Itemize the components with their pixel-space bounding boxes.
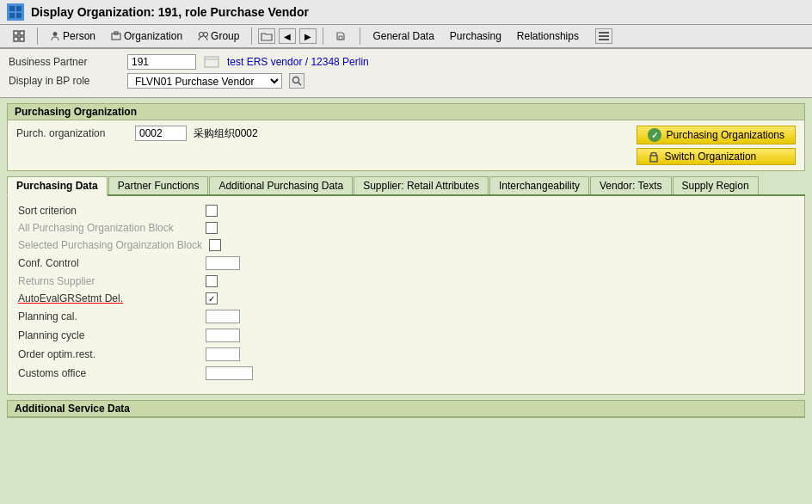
selected-purch-block-label: Selected Purchasing Orgainzation Block <box>18 239 202 251</box>
planning-cal-label: Planning cal. <box>18 310 199 323</box>
svg-rect-0 <box>9 6 15 11</box>
purchasing-label[interactable]: Purchasing <box>444 28 508 45</box>
display-role-label: Display in BP role <box>9 75 120 87</box>
organization-label: Organization <box>124 30 182 42</box>
conf-control-row: Conf. Control <box>18 256 794 270</box>
forward-btn[interactable]: ▶ <box>299 28 317 44</box>
tab-interchangeability[interactable]: Interchangeability <box>489 176 589 194</box>
sort-criterion-row: Sort criterion <box>18 205 794 217</box>
group-label: Group <box>211 30 239 42</box>
settings-icon <box>598 30 610 42</box>
tab-purchasing-data[interactable]: Purchasing Data <box>7 176 108 196</box>
group-icon <box>198 31 208 41</box>
order-optim-label: Order optim.rest. <box>18 348 199 360</box>
planning-cycle-label: Planning cycle <box>18 329 199 341</box>
customs-office-row: Customs office <box>18 366 794 380</box>
settings-btn[interactable] <box>595 28 612 44</box>
organization-icon <box>111 31 121 41</box>
toolbar-sep-3 <box>323 28 323 45</box>
order-optim-input[interactable] <box>206 347 240 361</box>
svg-rect-16 <box>205 57 218 67</box>
folder-icon <box>261 31 273 41</box>
additional-service-title: Additional Service Data <box>8 401 804 417</box>
general-data-label[interactable]: General Data <box>366 28 440 45</box>
additional-service-section: Additional Service Data <box>7 400 805 418</box>
autoeval-label: AutoEvalGRSetmt Del. <box>18 292 199 304</box>
bp-link[interactable]: test ERS vendor / 12348 Perlin <box>227 56 369 68</box>
autoeval-checkbox[interactable] <box>206 292 218 304</box>
sort-criterion-label: Sort criterion <box>18 205 199 217</box>
svg-line-19 <box>298 83 301 85</box>
toolbar-sep-2 <box>251 28 252 45</box>
sort-criterion-checkbox[interactable] <box>206 205 218 217</box>
person-icon <box>50 31 60 41</box>
all-purch-block-row: All Purchasing Organization Block <box>18 222 794 234</box>
planning-cycle-input[interactable] <box>206 329 240 342</box>
selected-purch-block-checkbox[interactable] <box>209 239 221 251</box>
folder-btn[interactable] <box>258 28 275 44</box>
svg-point-18 <box>293 77 299 83</box>
person-btn[interactable]: Person <box>44 28 102 45</box>
role-dropdown[interactable]: FLVN01 Purchase Vendor <box>127 73 282 89</box>
autoeval-row: AutoEvalGRSetmt Del. <box>18 292 794 304</box>
bp-row: Business Partner test ERS vendor / 12348… <box>9 54 803 70</box>
display-role-row: Display in BP role FLVN01 Purchase Vendo… <box>9 73 803 89</box>
purch-org-text: 采购组织0002 <box>194 126 258 141</box>
bp-icon <box>203 55 220 69</box>
role-search-btn[interactable] <box>289 73 304 89</box>
toolbar: Person Organization Group ◀ ▶ General Da… <box>0 25 812 49</box>
back-btn[interactable]: ◀ <box>279 28 296 44</box>
toolbar-system-btn[interactable] <box>7 28 31 45</box>
tab-additional-purchasing-data[interactable]: Additional Purchasing Data <box>209 176 353 194</box>
organization-btn[interactable]: Organization <box>105 28 188 45</box>
svg-rect-2 <box>9 13 15 18</box>
all-purch-block-checkbox[interactable] <box>206 222 218 234</box>
planning-cal-row: Planning cal. <box>18 310 794 323</box>
group-btn[interactable]: Group <box>192 28 245 45</box>
right-buttons: ✓ Purchasing Organizations Switch Organi… <box>637 126 796 165</box>
svg-rect-20 <box>650 156 657 162</box>
purchasing-orgs-btn[interactable]: ✓ Purchasing Organizations <box>637 126 796 144</box>
lock-icon <box>648 151 660 163</box>
svg-rect-5 <box>20 31 24 35</box>
conf-control-input[interactable] <box>206 256 240 270</box>
header-area: Business Partner test ERS vendor / 12348… <box>0 49 812 98</box>
tab-supplier-retail[interactable]: Supplier: Retail Attributes <box>354 176 489 194</box>
page-title: Display Organization: 191, role Purchase… <box>31 5 309 19</box>
returns-supplier-row: Returns Supplier <box>18 275 794 287</box>
planning-cycle-row: Planning cycle <box>18 329 794 342</box>
tab-supply-region[interactable]: Supply Region <box>673 176 759 194</box>
purch-org-label: Purch. organization <box>16 127 128 139</box>
tabs-container: Purchasing Data Partner Functions Additi… <box>7 175 805 196</box>
svg-rect-13 <box>599 32 609 34</box>
purchasing-org-section: Purchasing Organization Purch. organizat… <box>7 103 805 171</box>
relationships-label[interactable]: Relationships <box>511 28 585 45</box>
svg-rect-7 <box>20 37 24 41</box>
purchasing-org-content: Purch. organization 0002 采购组织0002 ✓ Purc… <box>8 120 804 170</box>
svg-rect-4 <box>14 31 18 35</box>
returns-supplier-checkbox[interactable] <box>206 275 218 287</box>
planning-cal-input[interactable] <box>206 310 240 323</box>
svg-rect-15 <box>599 39 609 40</box>
system-icon <box>13 30 25 42</box>
person-label: Person <box>63 30 95 42</box>
order-optim-row: Order optim.rest. <box>18 347 794 361</box>
app-icon <box>7 3 24 21</box>
returns-supplier-label: Returns Supplier <box>18 275 199 287</box>
purch-org-value: 0002 <box>135 126 187 141</box>
bp-input[interactable] <box>127 54 196 70</box>
svg-rect-3 <box>16 13 22 18</box>
svg-point-10 <box>200 33 204 37</box>
purchasing-org-title: Purchasing Organization <box>8 104 804 120</box>
tab-vendor-texts[interactable]: Vendor: Texts <box>590 176 672 194</box>
bp-label: Business Partner <box>9 56 120 68</box>
svg-rect-6 <box>14 37 18 41</box>
customs-office-label: Customs office <box>18 367 199 379</box>
toolbar-sep-1 <box>37 28 38 45</box>
tab-partner-functions[interactable]: Partner Functions <box>108 176 209 194</box>
selected-purch-block-row: Selected Purchasing Orgainzation Block <box>18 239 794 251</box>
conf-control-label: Conf. Control <box>18 257 199 269</box>
switch-org-btn[interactable]: Switch Organization <box>637 148 796 165</box>
customs-office-input[interactable] <box>206 366 253 380</box>
save-btn[interactable] <box>329 28 354 44</box>
